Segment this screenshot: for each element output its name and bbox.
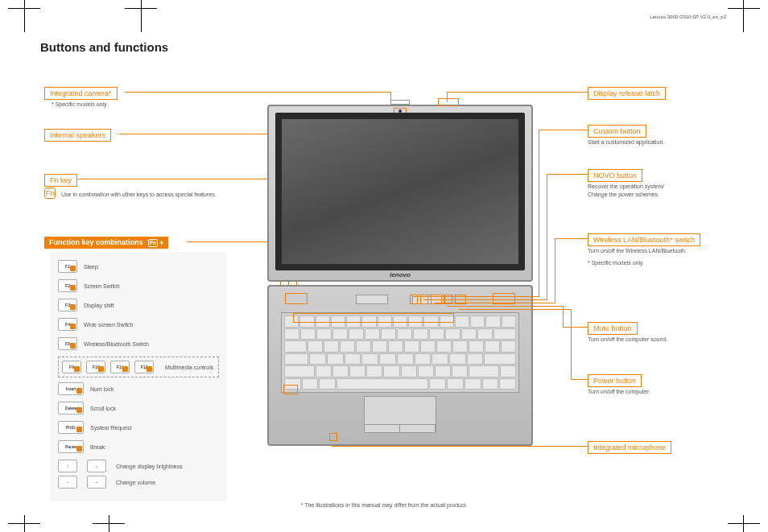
function-key-box: F1SleepF2Screen SwitchF3Display shiftF4W… bbox=[50, 252, 227, 501]
leader-line bbox=[555, 238, 555, 303]
highlight-latch bbox=[438, 98, 459, 106]
label-mute-button: Mute button bbox=[588, 322, 638, 335]
special-desc: Scroll lock bbox=[90, 406, 116, 411]
leader-line bbox=[547, 174, 547, 299]
special-desc: System Request bbox=[90, 425, 131, 431]
brand-logo: lenovo bbox=[390, 271, 411, 278]
note-camera: * Specific models only. bbox=[52, 101, 108, 109]
special-row: PrtScSystem Request bbox=[58, 421, 219, 434]
keyboard bbox=[281, 312, 519, 393]
leader-line bbox=[413, 296, 539, 297]
multimedia-label: Multimedia controls bbox=[165, 365, 213, 370]
label-fn-key: Fn key bbox=[44, 174, 77, 187]
special-desc: Break bbox=[90, 444, 105, 450]
key-delete: Delete bbox=[58, 402, 84, 414]
key-f9: F9 bbox=[62, 361, 81, 373]
special-desc: Num lock bbox=[90, 386, 114, 392]
multimedia-group: F9 F10 F11 F12 Multimedia controls bbox=[58, 357, 219, 377]
key-pause: Pause bbox=[58, 440, 84, 453]
fkey-desc: Wireless/Bluetooth Switch bbox=[84, 341, 149, 347]
leader-line bbox=[78, 179, 280, 179]
note-fn: Use in combination with other keys to ac… bbox=[61, 191, 217, 199]
crop-mark bbox=[728, 8, 760, 9]
page-title: Buttons and functions bbox=[40, 40, 168, 54]
label-internal-speakers: Internal speakers bbox=[44, 129, 111, 142]
volume-label: Change volume bbox=[116, 480, 155, 485]
fkey-row: F2Screen Switch bbox=[58, 279, 219, 292]
label-novo-button: NOVO button bbox=[588, 169, 642, 182]
display-latch bbox=[390, 100, 410, 105]
fkey-row: F4Wide screen Switch bbox=[58, 318, 219, 331]
label-wlan-switch: Wireless LAN/Bluetooth* switch bbox=[588, 233, 700, 246]
fkey-desc: Wide screen Switch bbox=[84, 322, 133, 328]
footnote: * The illustrations in this manual may d… bbox=[301, 502, 468, 508]
key-insert: Insert bbox=[58, 382, 84, 395]
fkey-desc: Screen Switch bbox=[84, 283, 120, 289]
key-arrow-right: → bbox=[87, 476, 106, 489]
key-f4: F4 bbox=[58, 318, 77, 331]
screen bbox=[282, 119, 518, 264]
label-function-key-combinations: Function key combinations Fn+ bbox=[44, 237, 168, 249]
crop-mark bbox=[8, 8, 40, 9]
fn-icon: Fn bbox=[44, 188, 56, 199]
note-wlan-1: Turn on/off the Wireless LAN/Bluetooth. bbox=[588, 247, 687, 255]
leader-line bbox=[447, 92, 448, 101]
leader-line bbox=[563, 327, 588, 328]
crop-mark bbox=[8, 523, 40, 524]
highlight-fn-key bbox=[283, 385, 298, 394]
leader-line bbox=[332, 446, 588, 447]
leader-line bbox=[125, 92, 390, 93]
fkey-desc: Display shift bbox=[84, 303, 114, 308]
leader-line bbox=[447, 306, 564, 307]
special-row: PauseBreak bbox=[58, 440, 219, 453]
leader-line bbox=[539, 130, 588, 130]
fkey-row: F1Sleep bbox=[58, 260, 219, 273]
fn-plus-icon: Fn+ bbox=[148, 239, 163, 247]
key-f3: F3 bbox=[58, 299, 77, 311]
leader-line bbox=[539, 130, 539, 296]
leader-line bbox=[119, 134, 288, 134]
crop-mark bbox=[93, 523, 125, 524]
fkey-row: F5Wireless/Bluetooth Switch bbox=[58, 337, 219, 350]
note-wlan-2: * Specific models only. bbox=[588, 259, 644, 267]
note-power: Turn on/off the computer. bbox=[588, 388, 650, 396]
brightness-label: Change display brightness bbox=[116, 464, 183, 469]
key-arrow-up: ↑ bbox=[58, 460, 77, 472]
button-cluster-left bbox=[356, 295, 388, 304]
label-power-button: Power button bbox=[588, 374, 642, 387]
leader-line bbox=[447, 92, 588, 93]
highlight-fkeys-row bbox=[293, 313, 454, 323]
touchpad bbox=[364, 396, 436, 433]
note-custom: Start a customized application. bbox=[588, 138, 664, 146]
key-f5: F5 bbox=[58, 337, 77, 350]
highlight-speaker-left bbox=[285, 293, 308, 304]
label-display-latch: Display release latch bbox=[588, 87, 666, 100]
fkey-desc: Sleep bbox=[84, 264, 98, 270]
note-mute: Turn on/off the computer sound. bbox=[588, 336, 667, 344]
leader-line bbox=[555, 238, 588, 239]
leader-line bbox=[571, 379, 588, 380]
note-novo: Recover the operation system/ Change the… bbox=[588, 183, 664, 199]
crop-mark bbox=[125, 8, 157, 9]
key-f1: F1 bbox=[58, 260, 77, 273]
key-prtsc: PrtSc bbox=[58, 421, 84, 434]
leader-line bbox=[459, 309, 572, 310]
laptop-illustration: lenovo bbox=[267, 105, 533, 446]
label-integrated-microphone: Integrated microphone bbox=[588, 441, 671, 454]
special-row: InsertNum lock bbox=[58, 382, 219, 395]
key-f12: F12 bbox=[134, 361, 154, 373]
special-row: DeleteScroll lock bbox=[58, 402, 219, 414]
key-f10: F10 bbox=[86, 361, 105, 373]
leader-line bbox=[547, 174, 588, 175]
header-info: Lenovo 3000 G510 SP V2.0_en_p2 bbox=[650, 14, 726, 19]
crop-mark bbox=[728, 523, 760, 524]
fkc-text: Function key combinations bbox=[49, 238, 143, 246]
laptop-lid: lenovo bbox=[267, 105, 533, 282]
label-integrated-camera: Integrated camera* bbox=[44, 87, 118, 100]
leader-line bbox=[423, 299, 547, 300]
key-arrow-down: ↓ bbox=[87, 460, 106, 472]
key-f11: F11 bbox=[110, 361, 130, 373]
leader-line bbox=[571, 309, 572, 380]
key-arrow-left: ← bbox=[58, 476, 77, 489]
fkey-row: F3Display shift bbox=[58, 299, 219, 311]
